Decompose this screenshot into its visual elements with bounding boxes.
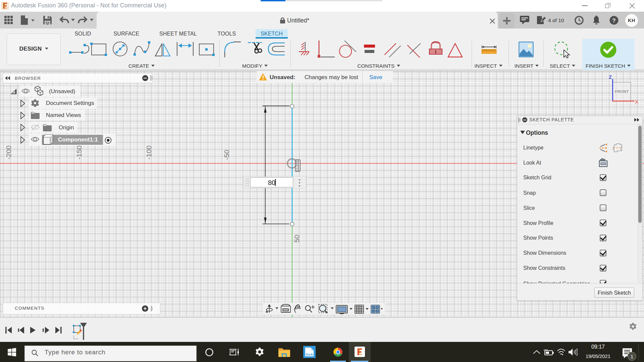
svg-text:RAR: RAR <box>306 353 313 356</box>
svg-text:1: 1 <box>631 354 633 359</box>
svg-text:?: ? <box>612 17 615 24</box>
